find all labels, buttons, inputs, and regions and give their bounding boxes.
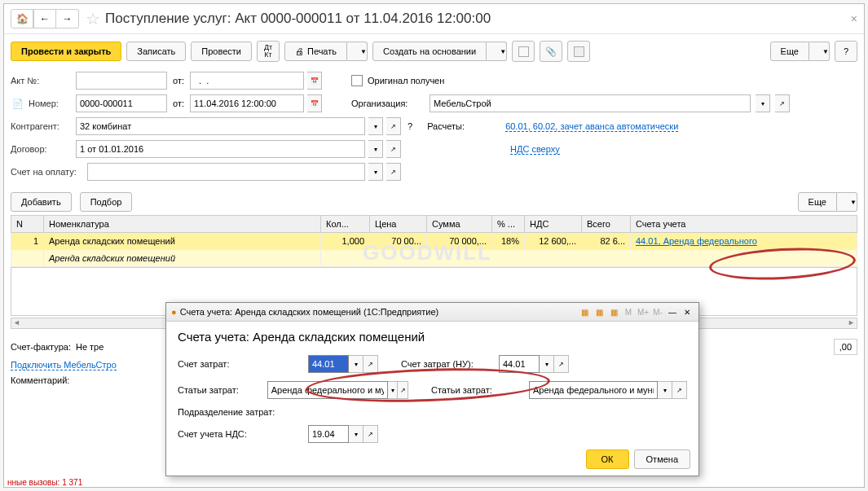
num-date-input[interactable] (190, 94, 304, 112)
forward-button[interactable]: → (56, 9, 79, 28)
popup-1c-icon: ● (171, 307, 177, 317)
popup-icon-2[interactable]: ▦ (593, 305, 606, 318)
act-date-picker[interactable]: 📅 (307, 72, 322, 90)
pick-button[interactable]: Подбор (80, 192, 133, 212)
num-input[interactable] (76, 94, 167, 112)
org-dropdown[interactable]: ▾ (756, 94, 770, 112)
cell-n[interactable]: 1 (11, 233, 44, 250)
popup-icon-mminus[interactable]: M- (651, 305, 664, 318)
doc-icon-button-1[interactable] (512, 41, 535, 62)
calc-link[interactable]: 60.01, 60.02, зачет аванса автоматически (505, 121, 678, 132)
cost-acc-nu-dropdown[interactable]: ▾ (540, 355, 554, 373)
cost-items2-dropdown[interactable]: ▾ (658, 381, 672, 399)
create-based-dropdown[interactable]: ▼ (487, 42, 507, 61)
col-price[interactable]: Цена (370, 216, 427, 233)
back-button[interactable]: ← (33, 9, 56, 28)
cell-nom-desc[interactable]: Аренда складских помещений (44, 250, 321, 267)
contractor-label: Контрагент: (11, 121, 73, 131)
dept-label: Подразделение затрат: (178, 407, 308, 417)
popup-cancel-button[interactable]: Отмена (634, 449, 690, 469)
contract-label: Договор: (11, 144, 73, 154)
contract-input[interactable] (76, 140, 365, 158)
cost-items-open[interactable]: ↗ (398, 381, 408, 399)
cost-acc-nu-input[interactable] (499, 355, 540, 373)
add-row-button[interactable]: Добавить (11, 192, 72, 212)
act-date-input[interactable] (190, 72, 304, 90)
col-vat[interactable]: НДС (525, 216, 582, 233)
cell-accounts-link[interactable]: 44.01, Аренда федерального (631, 233, 857, 250)
print-button[interactable]: 🖨 Печать (284, 42, 347, 61)
col-nomenclature[interactable]: Номенклатура (44, 216, 321, 233)
popup-icon-3[interactable]: ▦ (607, 305, 620, 318)
contractor-open[interactable]: ↗ (386, 117, 401, 135)
more-dropdown[interactable]: ▼ (809, 42, 830, 61)
popup-minimize[interactable]: — (666, 305, 679, 318)
vat-acc-input[interactable] (308, 425, 349, 443)
table-toolbar: Добавить Подбор Еще ▼ (4, 189, 864, 215)
contractor-dropdown[interactable]: ▾ (368, 117, 383, 135)
connect-link[interactable]: Подключить МебельСтро (11, 360, 117, 370)
popup-icon-1[interactable]: ▦ (578, 305, 591, 318)
vat-link[interactable]: НДС сверху (510, 144, 560, 155)
org-input[interactable] (430, 94, 751, 112)
col-pct[interactable]: % ... (492, 216, 525, 233)
post-and-close-button[interactable]: Провести и закрыть (11, 42, 121, 61)
act-number-input[interactable] (76, 72, 167, 90)
close-icon[interactable]: × (851, 12, 857, 25)
vat-acc-open[interactable]: ↗ (364, 425, 378, 443)
cost-acc-open[interactable]: ↗ (364, 355, 378, 373)
cell-vat[interactable]: 12 600,... (525, 233, 582, 250)
cell-sum[interactable]: 70 000,... (427, 233, 492, 250)
more-button[interactable]: Еще (770, 42, 809, 61)
original-checkbox[interactable] (351, 75, 363, 86)
attach-icon-button[interactable]: 📎 (540, 41, 562, 62)
col-accounts[interactable]: Счета учета (631, 216, 857, 233)
cell-nom[interactable]: Аренда складских помещений (44, 233, 321, 250)
doc-icon-button-2[interactable] (567, 41, 590, 62)
num-date-picker[interactable]: 📅 (307, 94, 322, 112)
cost-items2-input[interactable] (529, 381, 658, 399)
cell-pct[interactable]: 18% (492, 233, 525, 250)
vat-acc-dropdown[interactable]: ▾ (349, 425, 364, 443)
cost-acc-input[interactable] (308, 355, 349, 373)
cell-price[interactable]: 70 00... (370, 233, 427, 250)
col-sum[interactable]: Сумма (427, 216, 492, 233)
popup-icon-m[interactable]: M (622, 305, 635, 318)
col-n[interactable]: N (11, 216, 44, 233)
cost-acc-dropdown[interactable]: ▾ (349, 355, 364, 373)
invoice-open[interactable]: ↗ (386, 163, 401, 181)
save-button[interactable]: Записать (126, 42, 186, 61)
help-button[interactable]: ? (835, 41, 857, 62)
dt-kt-icon-button[interactable]: ДтКт (257, 41, 280, 62)
popup-icon-mplus[interactable]: M+ (637, 305, 650, 318)
print-dropdown[interactable]: ▼ (347, 42, 368, 61)
post-button[interactable]: Провести (191, 42, 252, 61)
col-qty[interactable]: Кол... (321, 216, 370, 233)
favorite-star-icon[interactable]: ☆ (86, 9, 100, 28)
cost-items2-open[interactable]: ↗ (672, 381, 687, 399)
contractor-input[interactable] (76, 117, 365, 135)
table-row-1b[interactable]: Аренда складских помещений (11, 250, 857, 267)
col-total[interactable]: Всего (582, 216, 631, 233)
popup-ok-button[interactable]: ОК (586, 449, 629, 469)
cost-items-dropdown[interactable]: ▾ (388, 381, 399, 399)
items-table: N Номенклатура Кол... Цена Сумма % ... Н… (11, 215, 857, 267)
total-box: ,00 (834, 339, 857, 355)
cell-total[interactable]: 82 6... (582, 233, 631, 250)
contractor-help-icon[interactable]: ? (408, 121, 412, 131)
cell-qty[interactable]: 1,000 (321, 233, 370, 250)
org-open[interactable]: ↗ (775, 94, 790, 112)
invoice-dropdown[interactable]: ▾ (368, 163, 383, 181)
table-more-dropdown[interactable]: ▼ (837, 192, 857, 212)
invoice-input[interactable] (87, 163, 365, 181)
cost-items-input[interactable] (267, 381, 388, 399)
cost-acc-nu-open[interactable]: ↗ (554, 355, 569, 373)
home-button[interactable]: 🏠 (11, 9, 33, 28)
create-based-button[interactable]: Создать на основании (372, 42, 487, 61)
sf-label: Счет-фактура: (11, 342, 71, 352)
table-more-button[interactable]: Еще (798, 192, 837, 212)
contract-dropdown[interactable]: ▾ (368, 140, 383, 158)
contract-open[interactable]: ↗ (386, 140, 401, 158)
popup-close[interactable]: ✕ (681, 305, 694, 318)
table-row-1[interactable]: 1 Аренда складских помещений 1,000 70 00… (11, 233, 857, 250)
